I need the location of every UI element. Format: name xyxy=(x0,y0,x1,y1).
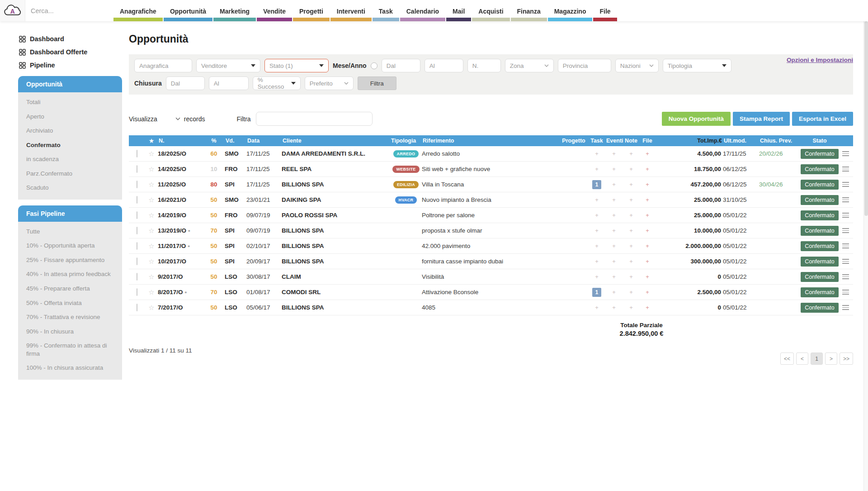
nav-item-acquisti[interactable]: Acquisti xyxy=(472,0,510,21)
add-note-button[interactable]: + xyxy=(629,150,633,157)
favorite-star-icon[interactable]: ☆ xyxy=(145,273,158,281)
tipologia-dropdown[interactable]: Tipologia xyxy=(663,59,731,72)
row-checkbox[interactable] xyxy=(129,181,145,188)
client-name[interactable]: BILLIONS SPA xyxy=(282,258,390,265)
quick-filter-input[interactable] xyxy=(256,112,373,126)
nazioni-select[interactable]: Nazioni xyxy=(615,59,659,72)
nav-item-marketing[interactable]: Marketing xyxy=(213,0,256,21)
stato-dropdown[interactable]: Stato (1) xyxy=(264,59,329,72)
stampa-report-button[interactable]: Stampa Report xyxy=(733,112,790,126)
sidebar-section-header[interactable]: Opportunità xyxy=(18,76,122,92)
row-menu-icon[interactable] xyxy=(842,167,849,172)
nav-item-interventi[interactable]: Interventi xyxy=(330,0,372,21)
sidebar-item-in-scadenza[interactable]: in scadenza xyxy=(18,152,122,167)
row-checkbox[interactable] xyxy=(129,227,145,234)
sidebar-item-70-trattativa-e-revisione[interactable]: 70% - Trattativa e revisione xyxy=(18,310,122,324)
add-event-button[interactable]: + xyxy=(612,243,616,249)
row-menu-icon[interactable] xyxy=(842,228,849,233)
column-header-data[interactable]: Data xyxy=(246,138,282,144)
opportunity-number[interactable]: 8/2017/O• xyxy=(158,289,203,296)
sidebar-item-100-in-chisura-assicurata[interactable]: 100% - In chisura assicurata xyxy=(18,361,122,375)
al-input[interactable] xyxy=(425,59,463,72)
add-note-button[interactable]: + xyxy=(629,166,633,172)
row-checkbox[interactable] xyxy=(129,212,145,219)
favorite-star-icon[interactable]: ☆ xyxy=(145,165,158,173)
column-header-stato[interactable]: Stato xyxy=(797,138,842,144)
sidebar-item-25-fissare-appuntamento[interactable]: 25% - Fissare appuntamento xyxy=(18,253,122,267)
opportunity-number[interactable]: 7/2017/O xyxy=(158,304,203,311)
add-file-button[interactable]: + xyxy=(646,273,649,280)
column-header-chius[interactable]: Chius. Prev. xyxy=(759,138,797,144)
add-file-button[interactable]: + xyxy=(646,227,649,234)
nav-item-magazzino[interactable]: Magazzino xyxy=(547,0,593,21)
sidebar-item-tutte[interactable]: Tutte xyxy=(18,224,122,239)
add-task-button[interactable]: + xyxy=(595,304,599,311)
successo-dropdown[interactable]: % Successo xyxy=(253,76,301,90)
opportunity-number[interactable]: 13/2019/O• xyxy=(158,227,203,234)
opportunity-number[interactable]: 14/2019/O xyxy=(158,212,203,219)
app-logo[interactable]: A xyxy=(0,0,25,21)
row-menu-icon[interactable] xyxy=(842,290,849,295)
row-checkbox[interactable] xyxy=(129,150,145,157)
page-button-[interactable]: >> xyxy=(840,353,853,365)
sidebar-item-90-in-chiusura[interactable]: 90% - In chiusura xyxy=(18,324,122,339)
nav-item-vendite[interactable]: Vendite xyxy=(256,0,292,21)
opportunity-number[interactable]: 11/2017/O• xyxy=(158,243,203,249)
add-file-button[interactable]: + xyxy=(646,181,649,188)
records-count-select[interactable] xyxy=(175,117,180,120)
nav-item-calendario[interactable]: Calendario xyxy=(400,0,446,21)
sidebar-item-45-preparare-offerta[interactable]: 45% - Preparare offerta xyxy=(18,281,122,296)
favorite-star-icon[interactable]: ☆ xyxy=(145,181,158,189)
sidebar-item-aperto[interactable]: Aperto xyxy=(18,110,122,124)
client-name[interactable]: BILLIONS SPA xyxy=(282,227,390,234)
add-event-button[interactable]: + xyxy=(612,166,616,172)
add-event-button[interactable]: + xyxy=(612,212,616,219)
nav-item-progetti[interactable]: Progetti xyxy=(292,0,330,21)
nav-item-task[interactable]: Task xyxy=(372,0,400,21)
numero-input[interactable] xyxy=(467,59,501,72)
row-checkbox[interactable] xyxy=(129,258,145,265)
add-note-button[interactable]: + xyxy=(629,243,633,249)
anagrafica-input[interactable] xyxy=(134,59,192,72)
favorite-star-icon[interactable]: ☆ xyxy=(145,288,158,296)
add-note-button[interactable]: + xyxy=(629,227,633,234)
add-file-button[interactable]: + xyxy=(646,243,649,249)
sidebar-item-50-offerta-inviata[interactable]: 50% - Offerta inviata xyxy=(18,296,122,310)
add-event-button[interactable]: + xyxy=(612,196,616,203)
row-menu-icon[interactable] xyxy=(842,259,849,264)
row-checkbox[interactable] xyxy=(129,304,145,311)
scrollbar-thumb[interactable] xyxy=(864,21,868,216)
add-event-button[interactable]: + xyxy=(612,304,616,311)
page-button-1[interactable]: 1 xyxy=(811,353,823,365)
favorite-star-icon[interactable]: ☆ xyxy=(145,304,158,312)
add-event-button[interactable]: + xyxy=(612,258,616,265)
nav-item-opportunit[interactable]: Opportunità xyxy=(163,0,213,21)
chiusura-dal-input[interactable] xyxy=(166,76,205,90)
row-checkbox[interactable] xyxy=(129,289,145,296)
add-file-button[interactable]: + xyxy=(646,258,649,265)
column-header-riferimento[interactable]: Riferimento xyxy=(422,138,559,144)
column-header-vd[interactable]: Vd. xyxy=(225,138,246,144)
venditore-dropdown[interactable]: Venditore xyxy=(196,59,260,72)
sidebar-item-confermato[interactable]: Confermato xyxy=(18,138,122,153)
add-file-button[interactable]: + xyxy=(646,289,649,296)
column-header-eventi[interactable]: Eventi xyxy=(605,138,623,144)
options-settings-link[interactable]: Opzioni e Impostazioni xyxy=(787,57,853,63)
client-name[interactable]: CLAIM xyxy=(282,273,390,280)
dal-input[interactable] xyxy=(382,59,420,72)
client-name[interactable]: BILLIONS SPA xyxy=(282,243,390,249)
row-checkbox[interactable] xyxy=(129,166,145,172)
row-checkbox[interactable] xyxy=(129,273,145,280)
favorite-star-icon[interactable]: ☆ xyxy=(145,227,158,235)
chiusura-al-input[interactable] xyxy=(209,76,249,90)
column-header-ult[interactable]: Ult.mod. xyxy=(723,138,759,144)
row-menu-icon[interactable] xyxy=(842,274,849,279)
client-name[interactable]: COMODI SRL xyxy=(282,289,390,296)
add-note-button[interactable]: + xyxy=(629,273,633,280)
star-header-icon[interactable]: ★ xyxy=(145,137,158,144)
add-note-button[interactable]: + xyxy=(629,181,633,188)
favorite-star-icon[interactable]: ☆ xyxy=(145,242,158,250)
add-note-button[interactable]: + xyxy=(629,212,633,219)
filtra-button[interactable]: Filtra xyxy=(358,76,396,90)
row-menu-icon[interactable] xyxy=(842,197,849,202)
